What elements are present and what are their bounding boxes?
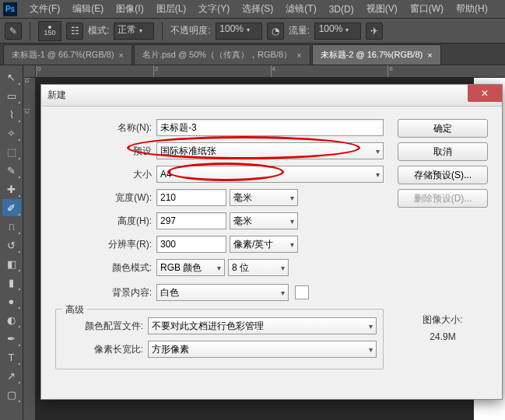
- stamp-tool[interactable]: ⎍: [2, 218, 21, 235]
- brush-tool[interactable]: ✐: [2, 199, 21, 216]
- path-tool[interactable]: ↗: [2, 367, 21, 384]
- close-icon[interactable]: ×: [119, 51, 124, 60]
- aspect-select[interactable]: 方形像素▾: [148, 341, 377, 358]
- mode-value: 正常: [117, 24, 136, 35]
- chevron-down-icon: ▾: [376, 170, 380, 179]
- dodge-tool[interactable]: ◐: [2, 311, 21, 328]
- doc-tab-3[interactable]: 未标题-2 @ 16.7%(RGB/8)×: [312, 44, 441, 65]
- tab-label: 名片.psd @ 50%（（传真），RGB/8）: [142, 49, 292, 61]
- width-input[interactable]: [156, 189, 226, 206]
- tool-preset-icon[interactable]: ✎: [5, 23, 22, 40]
- menu-bar: Ps 文件(F) 编辑(E) 图像(I) 图层(L) 文字(Y) 选择(S) 滤…: [0, 0, 505, 19]
- ok-button[interactable]: 确定: [398, 119, 488, 138]
- menu-3d[interactable]: 3D(D): [323, 2, 360, 16]
- airbrush-icon[interactable]: ✈: [366, 23, 383, 40]
- eyedropper-tool[interactable]: ✎: [2, 162, 21, 179]
- blur-tool[interactable]: ●: [2, 292, 21, 310]
- chevron-down-icon: ▾: [376, 147, 380, 156]
- profile-select[interactable]: 不要对此文档进行色彩管理▾: [148, 317, 377, 334]
- menu-type[interactable]: 文字(Y): [192, 1, 236, 17]
- menu-edit[interactable]: 编辑(E): [66, 1, 110, 17]
- document-tabs: 未标题-1 @ 66.7%(RGB/8)× 名片.psd @ 50%（（传真），…: [0, 44, 505, 65]
- unit-value: 毫米: [233, 191, 252, 205]
- ruler-corner: [23, 65, 36, 78]
- resolution-unit-select[interactable]: 像素/英寸▾: [230, 236, 298, 253]
- preset-label: 预设: [55, 145, 153, 158]
- chevron-down-icon: ▾: [369, 322, 373, 331]
- cancel-button[interactable]: 取消: [398, 142, 488, 161]
- height-unit-select[interactable]: 毫米▾: [230, 212, 298, 229]
- menu-layer[interactable]: 图层(L): [150, 1, 193, 17]
- resolution-input[interactable]: [156, 236, 226, 253]
- size-value: A4: [160, 169, 172, 180]
- chevron-down-icon: ▾: [217, 264, 221, 272]
- profile-label: 颜色配置文件:: [62, 320, 145, 333]
- brush-preset[interactable]: 150: [38, 21, 61, 41]
- move-tool[interactable]: ↖: [2, 68, 21, 86]
- type-tool[interactable]: T: [2, 348, 21, 366]
- bit-depth-select[interactable]: 8 位▾: [228, 259, 289, 276]
- menu-file[interactable]: 文件(F): [23, 1, 66, 17]
- preset-select[interactable]: 国际标准纸张▾: [156, 142, 384, 159]
- dialog-title-bar[interactable]: 新建: [41, 85, 502, 107]
- history-brush-tool[interactable]: ↺: [2, 236, 21, 254]
- ruler-tick: 4: [271, 65, 388, 77]
- separator: [162, 22, 163, 40]
- close-button[interactable]: ✕: [468, 85, 502, 102]
- delete-preset-button[interactable]: 删除预设(D)...: [398, 189, 488, 208]
- opacity-select[interactable]: 100%▾: [216, 23, 262, 40]
- pen-tool[interactable]: ✒: [2, 330, 21, 347]
- size-select[interactable]: A4▾: [156, 166, 384, 183]
- eraser-tool[interactable]: ◧: [2, 255, 21, 272]
- background-swatch[interactable]: [295, 285, 309, 299]
- ruler-horizontal: 0 2 4 6: [36, 65, 505, 78]
- brush-panel-icon[interactable]: ☷: [66, 23, 83, 40]
- doc-tab-1[interactable]: 未标题-1 @ 66.7%(RGB/8)×: [3, 44, 132, 65]
- shape-tool[interactable]: ▢: [2, 386, 21, 403]
- close-icon[interactable]: ×: [296, 51, 301, 60]
- chevron-down-icon: ▾: [281, 264, 285, 272]
- pressure-opacity-icon[interactable]: ◔: [267, 23, 284, 40]
- menu-help[interactable]: 帮助(H): [450, 1, 494, 17]
- opacity-label: 不透明度:: [170, 24, 210, 37]
- tab-label: 未标题-2 @ 16.7%(RGB/8): [321, 49, 423, 61]
- wand-tool[interactable]: ✧: [2, 124, 21, 142]
- bg-value: 白色: [160, 286, 179, 299]
- lasso-tool[interactable]: ⌇: [2, 106, 21, 123]
- width-unit-select[interactable]: 毫米▾: [230, 189, 298, 206]
- background-select[interactable]: 白色▾: [156, 284, 289, 301]
- save-preset-button[interactable]: 存储预设(S)...: [398, 166, 488, 184]
- menu-view[interactable]: 视图(V): [360, 1, 404, 17]
- name-input[interactable]: [156, 119, 384, 136]
- menu-window[interactable]: 窗口(W): [404, 1, 450, 17]
- gradient-tool[interactable]: ▮: [2, 274, 21, 291]
- menu-select[interactable]: 选择(S): [236, 1, 279, 17]
- chevron-down-icon: ▾: [139, 27, 142, 34]
- crop-tool[interactable]: ⬚: [2, 143, 21, 160]
- unit-value: 毫米: [233, 215, 252, 228]
- menu-image[interactable]: 图像(I): [110, 1, 149, 17]
- advanced-fieldset: 高级 颜色配置文件: 不要对此文档进行色彩管理▾ 像素长宽比: 方形像素▾: [55, 309, 384, 369]
- marquee-tool[interactable]: ▭: [2, 87, 21, 104]
- doc-tab-2[interactable]: 名片.psd @ 50%（（传真），RGB/8）×: [134, 44, 310, 65]
- size-label: 大小: [55, 168, 153, 181]
- app-logo: Ps: [3, 2, 17, 16]
- heal-tool[interactable]: ✚: [2, 180, 21, 198]
- resolution-label: 分辨率(R):: [55, 238, 153, 251]
- height-input[interactable]: [156, 212, 226, 229]
- new-document-dialog: 新建 ✕ 名称(N): 预设 国际标准纸张▾ 大小 A4▾ 宽度(W): 毫米▾…: [40, 84, 503, 400]
- flow-label: 流量:: [289, 24, 310, 37]
- image-size-value: 24.9M: [398, 331, 488, 342]
- chevron-down-icon: ▾: [290, 217, 294, 226]
- flow-select[interactable]: 100%▾: [314, 23, 361, 40]
- menu-filter[interactable]: 滤镜(T): [279, 1, 322, 17]
- advanced-label: 高级: [62, 303, 87, 317]
- aspect-value: 方形像素: [152, 343, 189, 356]
- close-icon[interactable]: ×: [427, 51, 432, 60]
- name-label: 名称(N):: [55, 121, 153, 135]
- brush-size: 150: [44, 29, 55, 37]
- mode-select[interactable]: 正常▾: [114, 23, 154, 40]
- unit-value: 像素/英寸: [233, 238, 273, 251]
- tab-label: 未标题-1 @ 66.7%(RGB/8): [12, 49, 114, 61]
- color-mode-select[interactable]: RGB 颜色▾: [156, 259, 225, 276]
